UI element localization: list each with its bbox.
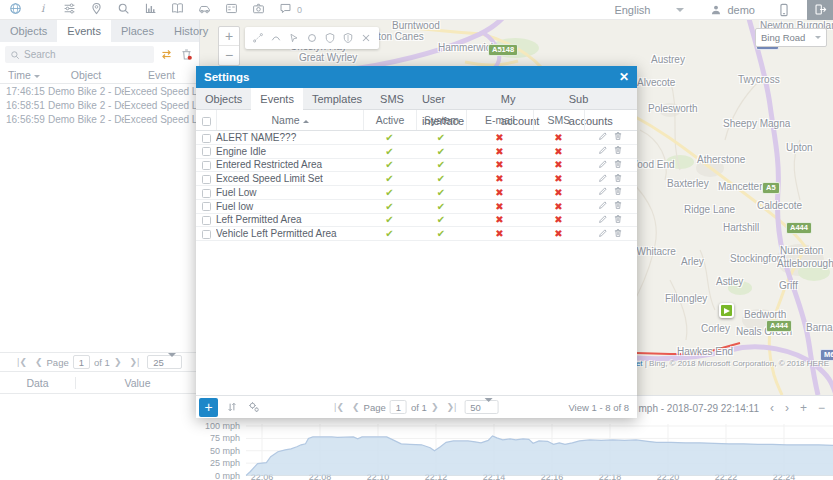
add-event-button[interactable]: + <box>199 398 218 417</box>
tab-objects[interactable]: Objects <box>0 20 57 42</box>
chart-zoom-in-button[interactable]: + <box>800 402 807 414</box>
refresh-button[interactable] <box>224 399 240 415</box>
row-checkbox[interactable] <box>202 161 211 170</box>
column-name[interactable]: Name <box>216 110 363 130</box>
settings-tab-sub-accounts[interactable]: Sub accounts <box>560 88 637 109</box>
refresh-events-button[interactable] <box>158 47 174 63</box>
user-menu[interactable]: demo <box>710 4 755 16</box>
routes-book-icon[interactable] <box>170 1 184 15</box>
last-page-button[interactable]: ❯| <box>129 357 139 367</box>
bulk-settings-button[interactable] <box>246 399 262 415</box>
column-event[interactable]: Event <box>124 69 199 81</box>
edit-icon[interactable] <box>598 159 608 169</box>
vehicle-marker[interactable] <box>719 303 734 318</box>
places-pin-icon[interactable] <box>89 1 103 15</box>
event-row[interactable]: 16:58:51Demo Bike 2 - DeutscExceed Speed… <box>0 98 199 112</box>
page-input[interactable]: 1 <box>73 355 90 369</box>
map-zoom-in-button[interactable]: + <box>219 27 239 46</box>
tab-places[interactable]: Places <box>111 20 164 42</box>
draw-polygon-icon[interactable] <box>321 30 339 46</box>
language-select[interactable]: English <box>614 4 684 16</box>
per-page-select[interactable]: 50 <box>464 400 499 414</box>
prev-page-button[interactable]: ❮ <box>352 402 360 412</box>
edit-icon[interactable] <box>598 145 608 155</box>
logout-button[interactable] <box>807 0 833 20</box>
settings-sliders-icon[interactable] <box>62 1 76 15</box>
tab-events[interactable]: Events <box>57 20 111 42</box>
event-row[interactable]: 17:46:15Demo Bike 2 - DeutscExceed Speed… <box>0 84 199 98</box>
chart-next-button[interactable]: › <box>785 402 789 414</box>
draw-route-icon[interactable] <box>249 30 267 46</box>
reports-chart-icon[interactable] <box>143 1 157 15</box>
chat-icon[interactable] <box>278 1 292 15</box>
delete-icon[interactable] <box>613 186 623 196</box>
last-page-button[interactable]: ❯| <box>446 402 456 412</box>
settings-event-row[interactable]: Vehicle Left Permitted Area✔✔✖✖ <box>196 227 637 241</box>
camera-icon[interactable] <box>251 1 265 15</box>
event-row[interactable]: 16:56:59Demo Bike 2 - DeutscExceed Speed… <box>0 112 199 126</box>
modal-close-icon[interactable]: ✕ <box>619 70 629 84</box>
row-checkbox[interactable] <box>202 202 211 211</box>
column-email[interactable]: E-mail <box>466 110 533 130</box>
globe-logo-icon[interactable] <box>8 1 22 15</box>
delete-events-button[interactable] <box>178 47 194 63</box>
delete-icon[interactable] <box>613 228 623 238</box>
row-checkbox[interactable] <box>202 175 211 184</box>
next-page-button[interactable]: ❯ <box>431 402 439 412</box>
chart-zoom-out-button[interactable]: − <box>818 402 825 414</box>
draw-arc-icon[interactable] <box>267 30 285 46</box>
delete-icon[interactable] <box>613 145 623 155</box>
settings-tab-objects[interactable]: Objects <box>196 88 251 109</box>
draw-close-icon[interactable] <box>357 30 375 46</box>
column-time[interactable]: Time <box>0 69 48 81</box>
row-checkbox[interactable] <box>202 230 211 239</box>
settings-tab-sms[interactable]: SMS <box>371 88 413 109</box>
row-checkbox[interactable] <box>202 134 211 143</box>
settings-tab-events[interactable]: Events <box>251 88 303 110</box>
map-layer-select[interactable]: Bing Road <box>755 28 827 47</box>
column-system[interactable]: System <box>416 110 466 130</box>
delete-icon[interactable] <box>613 200 623 210</box>
first-page-button[interactable]: |❮ <box>17 357 27 367</box>
column-active[interactable]: Active <box>363 110 416 130</box>
column-object[interactable]: Object <box>48 69 124 81</box>
settings-event-row[interactable]: Exceed Speed Limit Set✔✔✖✖ <box>196 172 637 186</box>
settings-tab-user-interface[interactable]: User interface <box>413 88 492 109</box>
settings-event-row[interactable]: Entered Restricted Area✔✔✖✖ <box>196 159 637 173</box>
settings-event-row[interactable]: Engine Idle✔✔✖✖ <box>196 145 637 159</box>
info-icon[interactable]: i <box>35 1 49 15</box>
search-icon[interactable] <box>116 1 130 15</box>
row-checkbox[interactable] <box>202 216 211 225</box>
draw-cursor-icon[interactable] <box>285 30 303 46</box>
edit-icon[interactable] <box>598 173 608 183</box>
settings-event-row[interactable]: Fuel Low✔✔✖✖ <box>196 186 637 200</box>
per-page-select[interactable]: 25 <box>147 355 182 369</box>
dashboard-window-icon[interactable] <box>224 1 238 15</box>
edit-icon[interactable] <box>598 200 608 210</box>
draw-shield-icon[interactable] <box>339 30 357 46</box>
edit-icon[interactable] <box>598 131 608 141</box>
settings-event-row[interactable]: ALERT NAME???✔✔✖✖ <box>196 131 637 145</box>
settings-event-row[interactable]: Fuel low✔✔✖✖ <box>196 200 637 214</box>
delete-icon[interactable] <box>613 131 623 141</box>
map-zoom-out-button[interactable]: − <box>219 46 239 65</box>
mobile-app-button[interactable] <box>777 3 791 17</box>
delete-icon[interactable] <box>613 214 623 224</box>
select-all-checkbox[interactable] <box>202 117 211 126</box>
delete-icon[interactable] <box>613 159 623 169</box>
prev-page-button[interactable]: ❮ <box>35 357 43 367</box>
column-sms[interactable]: SMS <box>533 110 584 130</box>
row-checkbox[interactable] <box>202 147 211 156</box>
chart-prev-button[interactable]: ‹ <box>770 402 774 414</box>
draw-circle-icon[interactable] <box>303 30 321 46</box>
page-input[interactable]: 1 <box>390 400 407 414</box>
tab-history[interactable]: History <box>164 20 218 42</box>
objects-car-icon[interactable] <box>197 1 211 15</box>
edit-icon[interactable] <box>598 214 608 224</box>
search-input[interactable] <box>24 49 149 60</box>
first-page-button[interactable]: |❮ <box>334 402 344 412</box>
delete-icon[interactable] <box>613 173 623 183</box>
row-checkbox[interactable] <box>202 189 211 198</box>
edit-icon[interactable] <box>598 228 608 238</box>
settings-tab-my-account[interactable]: My account <box>492 88 560 109</box>
